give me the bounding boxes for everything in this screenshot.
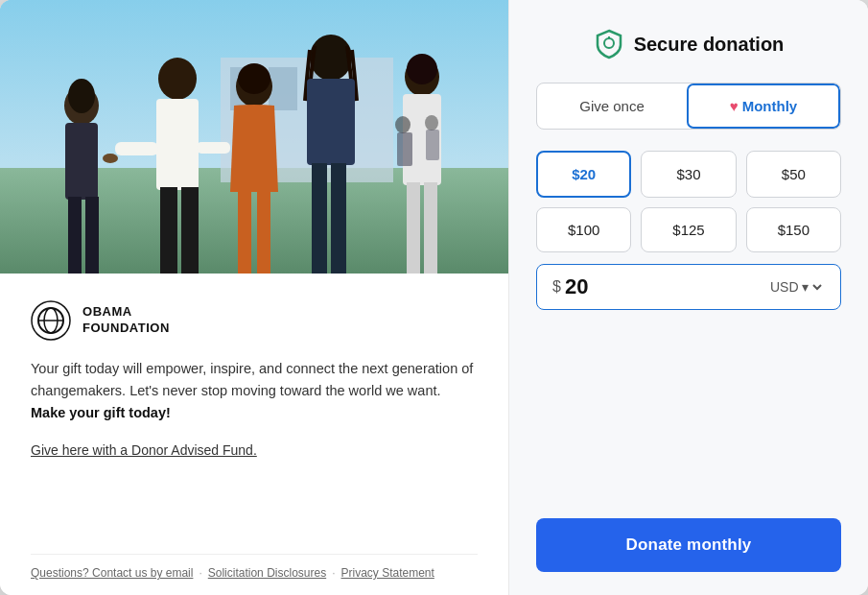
- secure-header: Secure donation: [536, 29, 841, 60]
- svg-rect-34: [426, 130, 439, 160]
- svg-rect-13: [156, 99, 199, 190]
- svg-rect-32: [397, 132, 412, 166]
- svg-rect-4: [269, 67, 297, 110]
- svg-rect-10: [85, 197, 99, 274]
- svg-point-33: [425, 115, 438, 131]
- amount-input[interactable]: [565, 274, 766, 299]
- svg-rect-29: [407, 182, 420, 274]
- privacy-link[interactable]: Privacy Statement: [341, 566, 434, 580]
- description-text: Your gift today will empower, inspire, a…: [31, 358, 478, 425]
- amount-btn-50[interactable]: $50: [746, 151, 841, 198]
- custom-amount-row: $ USD ▾ EUR ▾ GBP ▾: [536, 264, 841, 310]
- amount-btn-100[interactable]: $100: [536, 207, 631, 252]
- logo-row: OBAMA FOUNDATION: [31, 300, 478, 341]
- svg-rect-8: [65, 123, 98, 200]
- svg-point-11: [103, 154, 118, 163]
- disclosures-link[interactable]: Solicitation Disclosures: [208, 566, 326, 580]
- amount-btn-150[interactable]: $150: [746, 207, 841, 252]
- hero-photo: [0, 0, 508, 274]
- content-area: OBAMA FOUNDATION Your gift today will em…: [0, 274, 508, 595]
- dollar-sign: $: [552, 278, 561, 296]
- svg-rect-30: [424, 182, 437, 274]
- donate-button[interactable]: Donate monthly: [536, 518, 841, 572]
- sep1: ·: [199, 566, 201, 580]
- svg-rect-15: [181, 187, 199, 274]
- sep2: ·: [332, 566, 335, 580]
- heart-icon: ♥: [730, 98, 739, 114]
- footer-links: Questions? Contact us by email · Solicit…: [31, 554, 478, 580]
- currency-select[interactable]: USD ▾ EUR ▾ GBP ▾: [766, 278, 825, 296]
- svg-rect-9: [68, 197, 82, 274]
- contact-link[interactable]: Questions? Contact us by email: [31, 566, 193, 580]
- tab-monthly[interactable]: ♥Monthly: [687, 83, 840, 129]
- svg-rect-25: [331, 163, 346, 274]
- obama-foundation-logo: [31, 300, 71, 341]
- amount-btn-20[interactable]: $20: [536, 151, 631, 198]
- svg-point-27: [407, 54, 437, 84]
- svg-rect-21: [257, 190, 270, 274]
- tab-give-once[interactable]: Give once: [537, 83, 687, 129]
- amount-grid: $20 $30 $50 $100 $125 $150: [536, 151, 841, 252]
- svg-point-39: [604, 38, 614, 48]
- shield-icon: [594, 29, 624, 60]
- svg-point-31: [395, 116, 411, 133]
- tab-toggle: Give once ♥Monthly: [536, 83, 841, 130]
- svg-rect-17: [197, 142, 230, 154]
- svg-rect-23: [307, 79, 355, 165]
- logo-text: OBAMA FOUNDATION: [82, 304, 170, 337]
- svg-rect-14: [160, 187, 177, 274]
- svg-rect-20: [238, 190, 251, 274]
- svg-point-19: [238, 63, 270, 94]
- svg-rect-24: [312, 163, 327, 274]
- daf-link[interactable]: Give here with a Donor Advised Fund.: [31, 442, 478, 458]
- svg-point-22: [310, 35, 352, 81]
- right-panel: Secure donation Give once ♥Monthly $20 $…: [508, 0, 868, 595]
- svg-point-7: [68, 79, 95, 113]
- left-panel: OBAMA FOUNDATION Your gift today will em…: [0, 0, 508, 595]
- secure-title: Secure donation: [634, 34, 785, 56]
- svg-rect-16: [115, 142, 158, 155]
- amount-btn-125[interactable]: $125: [641, 207, 736, 252]
- amount-btn-30[interactable]: $30: [641, 151, 736, 198]
- svg-point-12: [158, 58, 197, 100]
